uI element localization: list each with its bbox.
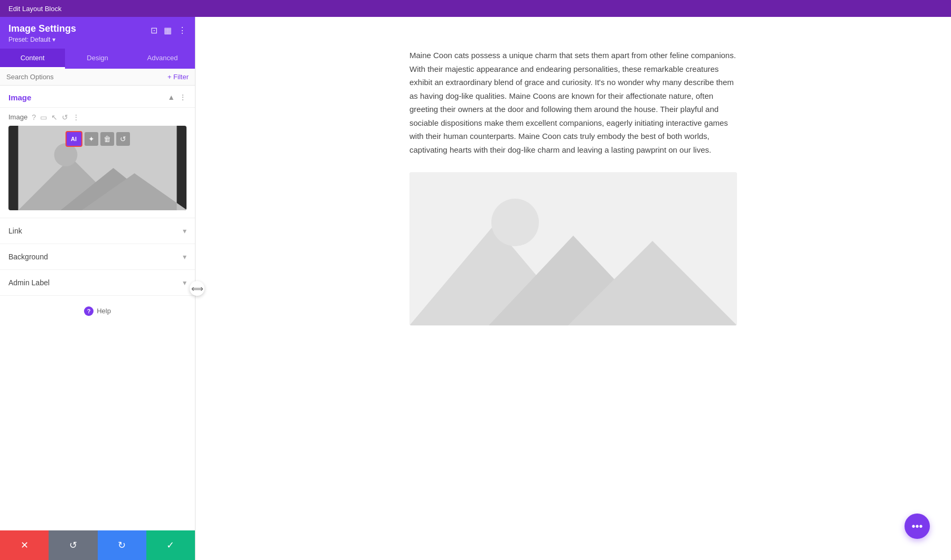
link-section-title: Link	[8, 227, 22, 235]
article-text: Maine Coon cats possess a unique charm t…	[409, 49, 737, 156]
sidebar-content: Image ▲ ⋮ Image ? ▭ ↖ ↺ ⋮	[0, 86, 195, 560]
svg-rect-11	[409, 172, 737, 325]
main-layout: Image Settings Preset: Default ⊡ ▦ ⋮ Con…	[0, 17, 951, 560]
image-subsection: Image ? ▭ ↖ ↺ ⋮	[0, 108, 195, 218]
large-image-svg	[409, 172, 737, 325]
undo-button[interactable]: ↺	[49, 530, 97, 560]
tab-advanced[interactable]: Advanced	[130, 49, 195, 69]
tab-design[interactable]: Design	[65, 49, 130, 69]
admin-label-chevron-icon: ▾	[183, 278, 187, 287]
main-content: Maine Coon cats possess a unique charm t…	[195, 17, 951, 560]
section-controls: ▲ ⋮	[167, 93, 187, 101]
admin-label-section-title: Admin Label	[8, 278, 50, 287]
top-bar-title: Edit Layout Block	[8, 5, 61, 13]
fab-icon: •••	[911, 520, 922, 533]
background-section-title: Background	[8, 253, 48, 261]
help-circle-icon: ?	[84, 306, 94, 316]
overlay-reset-icon[interactable]: ↺	[116, 132, 130, 146]
more-icon[interactable]: ⋮	[178, 25, 187, 35]
redo-button[interactable]: ↻	[98, 530, 146, 560]
image-preview: AI ✦ 🗑 ↺	[8, 126, 187, 210]
sidebar-header: Image Settings Preset: Default ⊡ ▦ ⋮	[0, 17, 195, 49]
overlay-sparkle-icon[interactable]: ✦	[85, 132, 98, 146]
search-input[interactable]	[6, 73, 167, 81]
section-more-icon[interactable]: ⋮	[179, 93, 187, 101]
background-section-header[interactable]: Background ▾	[0, 244, 195, 269]
background-chevron-icon: ▾	[183, 253, 187, 261]
sidebar-header-icons: ⊡ ▦ ⋮	[151, 25, 187, 35]
large-image-placeholder	[409, 172, 737, 325]
fab-button[interactable]: •••	[905, 514, 930, 539]
image-row-label: Image ? ▭ ↖ ↺ ⋮	[8, 113, 187, 122]
sidebar: Image Settings Preset: Default ⊡ ▦ ⋮ Con…	[0, 17, 195, 560]
columns-icon[interactable]: ▦	[164, 25, 172, 35]
overlay-delete-icon[interactable]: 🗑	[100, 132, 114, 146]
tabs: Content Design Advanced	[0, 49, 195, 69]
help-question-icon[interactable]: ?	[32, 113, 36, 122]
reset-icon[interactable]: ↺	[62, 113, 68, 122]
cursor-icon[interactable]: ↖	[51, 113, 58, 122]
image-overlay-toolbar: AI ✦ 🗑 ↺	[66, 131, 130, 147]
image-section-title: Image	[8, 93, 31, 102]
image-more-icon[interactable]: ⋮	[72, 113, 80, 122]
admin-label-section-header[interactable]: Admin Label ▾	[0, 270, 195, 295]
help-section: ? Help	[0, 296, 195, 326]
link-section-header[interactable]: Link ▾	[0, 218, 195, 244]
screenshot-icon[interactable]: ⊡	[151, 25, 157, 35]
help-label[interactable]: Help	[97, 307, 111, 315]
sidebar-title: Image Settings	[8, 23, 76, 35]
sidebar-header-left: Image Settings Preset: Default	[8, 23, 76, 43]
image-section-header: Image ▲ ⋮	[0, 86, 195, 108]
sidebar-preset[interactable]: Preset: Default	[8, 36, 76, 43]
tab-content[interactable]: Content	[0, 49, 65, 69]
bottom-bar: ✕ ↺ ↻ ✓	[0, 530, 195, 560]
link-section: Link ▾	[0, 218, 195, 244]
save-button[interactable]: ✓	[146, 530, 195, 560]
search-bar: + Filter	[0, 69, 195, 86]
collapse-icon[interactable]: ▲	[167, 93, 175, 101]
image-label: Image	[8, 113, 27, 121]
top-bar: Edit Layout Block	[0, 0, 951, 17]
mobile-icon[interactable]: ▭	[40, 113, 47, 122]
admin-label-section: Admin Label ▾	[0, 270, 195, 296]
resize-handle[interactable]: ⟺	[190, 281, 204, 296]
background-section: Background ▾	[0, 244, 195, 270]
link-chevron-icon: ▾	[183, 227, 187, 235]
image-row-icons: ? ▭ ↖ ↺ ⋮	[32, 113, 80, 122]
filter-button[interactable]: + Filter	[167, 73, 189, 81]
cancel-button[interactable]: ✕	[0, 530, 49, 560]
ai-button[interactable]: AI	[66, 131, 82, 147]
